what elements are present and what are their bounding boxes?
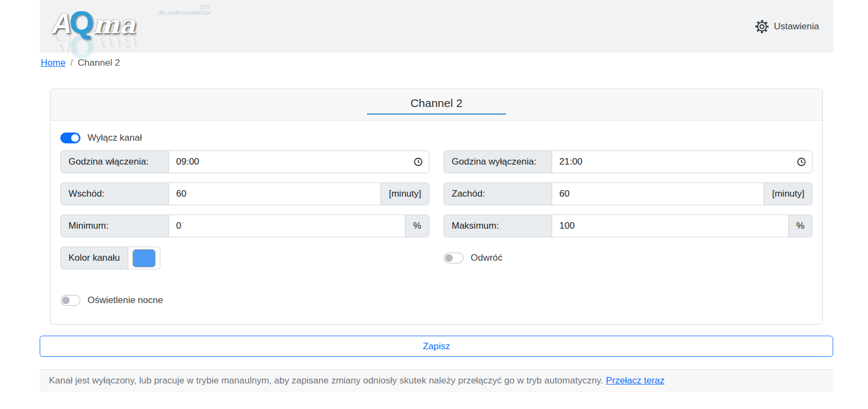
maximum-cell: Maksimum: % <box>444 215 813 237</box>
sunrise-field: Wschód: [minuty] <box>60 183 429 205</box>
channel-color-field: Kolor kanału <box>60 247 160 269</box>
clock-icon[interactable] <box>797 158 806 167</box>
off-time-input[interactable] <box>552 151 812 173</box>
on-time-cell: Godzina włączenia: <box>60 150 429 173</box>
off-time-cell: Godzina wyłączenia: <box>444 150 813 173</box>
page: AQma AQma DIY dla profesjonalistów Ustaw… <box>40 0 833 392</box>
minimum-unit: % <box>405 215 429 237</box>
invert-switch[interactable] <box>444 253 464 263</box>
night-light-label: Oświetlenie nocne <box>88 295 163 306</box>
status-message: Kanał jest wyłączony, lub pracuje w tryb… <box>40 369 833 392</box>
gear-icon <box>754 19 770 34</box>
sunrise-input[interactable] <box>169 183 381 205</box>
status-message-text: Kanał jest wyłączony, lub pracuje w tryb… <box>49 375 603 386</box>
settings-label: Ustawienia <box>774 21 819 32</box>
header: AQma AQma DIY dla profesjonalistów Ustaw… <box>40 0 833 53</box>
sunset-input[interactable] <box>552 183 764 205</box>
off-time-label: Godzina wyłączenia: <box>444 150 552 173</box>
invert-cell: Odwróć <box>444 247 813 269</box>
night-light-toggle-row[interactable]: Oświetlenie nocne <box>60 295 163 306</box>
on-time-field: Godzina włączenia: <box>60 150 429 173</box>
sunset-label: Zachód: <box>444 183 552 205</box>
switch-now-link[interactable]: Przełacz teraz <box>606 375 665 386</box>
channel-color-label: Kolor kanału <box>60 247 128 269</box>
on-time-label: Godzina włączenia: <box>60 150 169 173</box>
logo-letter-a: A <box>52 8 72 39</box>
on-time-input-wrap <box>169 150 429 173</box>
breadcrumb-current: Channel 2 <box>78 58 120 68</box>
breadcrumb: Home / Channel 2 <box>41 58 833 68</box>
sunrise-label: Wschód: <box>60 183 169 205</box>
off-time-field: Godzina wyłączenia: <box>444 150 813 173</box>
disable-channel-label: Wyłącz kanał <box>88 133 142 143</box>
settings-form: Godzina włączenia: Godzina wyłącz <box>60 150 813 279</box>
channel-color-input[interactable] <box>128 247 160 269</box>
invert-toggle-row[interactable]: Odwróć <box>444 253 503 263</box>
invert-label: Odwróć <box>471 253 503 263</box>
sunrise-cell: Wschód: [minuty] <box>60 183 429 205</box>
settings-button[interactable]: Ustawienia <box>754 19 819 34</box>
minimum-field: Minimum: % <box>60 215 429 237</box>
page-title: Channel 2 <box>367 95 506 115</box>
logo[interactable]: AQma AQma DIY dla profesjonalistów <box>52 3 193 50</box>
disable-channel-toggle-row[interactable]: Wyłącz kanał <box>60 133 142 143</box>
night-light-switch[interactable] <box>60 295 80 306</box>
maximum-field: Maksimum: % <box>444 215 813 237</box>
breadcrumb-separator: / <box>70 58 73 68</box>
sunset-unit: [minuty] <box>764 183 813 205</box>
sunrise-unit: [minuty] <box>381 183 429 205</box>
sunset-cell: Zachód: [minuty] <box>444 183 813 205</box>
disable-channel-switch[interactable] <box>60 133 80 143</box>
minimum-label: Minimum: <box>60 215 169 237</box>
sunset-field: Zachód: [minuty] <box>444 183 813 205</box>
off-time-input-wrap <box>552 150 813 173</box>
maximum-label: Maksimum: <box>444 215 552 237</box>
clock-icon[interactable] <box>414 158 423 167</box>
channel-card: Channel 2 Wyłącz kanał Godzina włączenia… <box>50 89 823 325</box>
minimum-cell: Minimum: % <box>60 215 429 237</box>
maximum-input[interactable] <box>552 215 789 237</box>
card-body: Wyłącz kanał Godzina włączenia: <box>51 121 822 324</box>
logo-tagline: DIY dla profesjonalistów <box>123 4 210 15</box>
minimum-input[interactable] <box>169 215 405 237</box>
save-button[interactable]: Zapisz <box>40 336 833 357</box>
card-header: Channel 2 <box>51 89 822 121</box>
on-time-input[interactable] <box>169 151 429 173</box>
logo-letter-q: Q <box>70 4 94 40</box>
breadcrumb-home-link[interactable]: Home <box>41 58 65 68</box>
channel-color-swatch[interactable] <box>133 249 155 267</box>
channel-color-cell: Kolor kanału <box>60 247 429 269</box>
maximum-unit: % <box>789 215 813 237</box>
